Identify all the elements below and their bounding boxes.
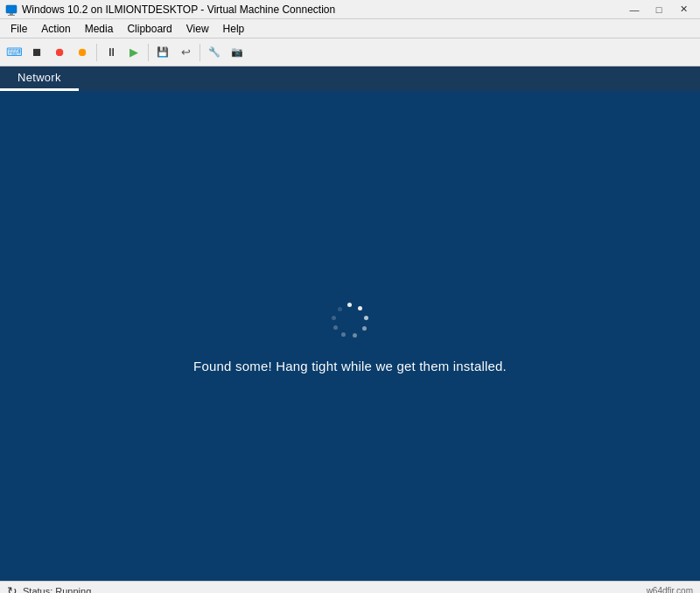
capture-button[interactable]: 📷	[227, 42, 248, 63]
title-bar-text: Windows 10.2 on ILMIONTDESKTOP - Virtual…	[22, 3, 335, 16]
svg-rect-2	[8, 15, 15, 16]
status-bar: ↻ Status: Running w64dfir.com	[0, 581, 700, 593]
reset-button[interactable]: ⏺	[49, 42, 70, 63]
watermark: w64dfir.com	[647, 586, 693, 593]
ctrl-alt-del-button[interactable]: ⌨	[4, 42, 24, 63]
toolbar-sep-3	[200, 44, 200, 61]
title-bar-controls: — □ ✕	[623, 2, 695, 17]
menu-bar: File Action Media Clipboard View Help	[0, 19, 700, 38]
vm-screen[interactable]: Found some! Hang tight while we get them…	[0, 91, 700, 581]
menu-help[interactable]: Help	[216, 21, 252, 37]
menu-clipboard[interactable]: Clipboard	[120, 21, 178, 37]
suspend-button[interactable]: ⏺	[72, 42, 93, 63]
toolbar: ⌨ ⏹ ⏺ ⏺ ⏸ ▶ 💾 ↩ 🔧 📷	[0, 38, 700, 66]
status-left: ↻ Status: Running	[7, 584, 91, 594]
menu-view[interactable]: View	[179, 21, 216, 37]
close-button[interactable]: ✕	[672, 2, 695, 17]
maximize-button[interactable]: □	[648, 2, 670, 17]
save-button[interactable]: 💾	[152, 42, 173, 63]
menu-action[interactable]: Action	[34, 21, 77, 37]
tab-network[interactable]: Network	[0, 66, 79, 91]
svg-rect-1	[10, 13, 13, 15]
tab-bar: Network	[0, 66, 700, 91]
svg-rect-0	[6, 5, 17, 13]
vm-icon	[5, 3, 18, 16]
tools-button[interactable]: 🔧	[204, 42, 225, 63]
menu-media[interactable]: Media	[78, 21, 121, 37]
play-button[interactable]: ▶	[123, 42, 144, 63]
loading-text: Found some! Hang tight while we get them…	[193, 359, 507, 373]
stop-button[interactable]: ⏹	[26, 42, 47, 63]
refresh-icon: ↻	[7, 584, 18, 594]
spinner-container: Found some! Hang tight while we get them…	[193, 299, 507, 373]
toolbar-sep-1	[96, 44, 97, 61]
title-bar: Windows 10.2 on ILMIONTDESKTOP - Virtual…	[0, 0, 700, 19]
status-text: Status: Running	[23, 586, 91, 594]
title-bar-left: Windows 10.2 on ILMIONTDESKTOP - Virtual…	[5, 3, 335, 16]
toolbar-sep-2	[148, 44, 149, 61]
revert-button[interactable]: ↩	[175, 42, 196, 63]
minimize-button[interactable]: —	[623, 2, 646, 17]
menu-file[interactable]: File	[4, 21, 34, 37]
pause-button[interactable]: ⏸	[101, 42, 122, 63]
loading-spinner	[329, 299, 371, 341]
